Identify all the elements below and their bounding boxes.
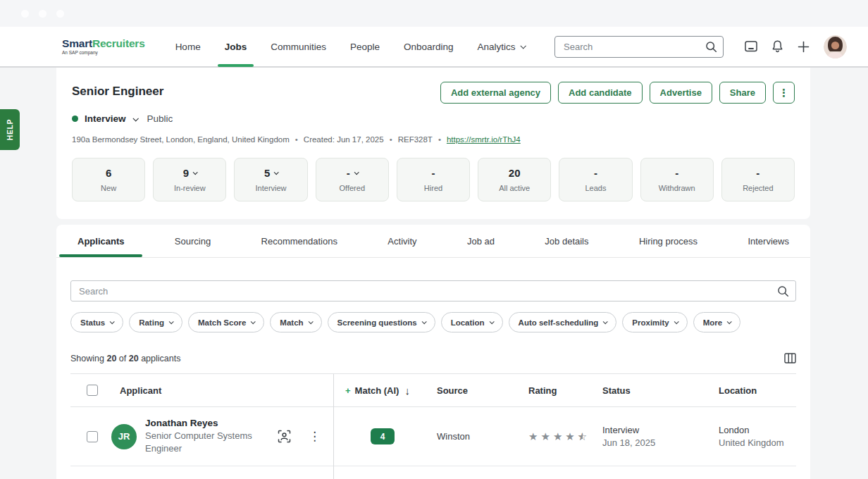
filter-status[interactable]: Status <box>70 312 123 332</box>
chevron-down-icon[interactable] <box>132 116 138 121</box>
applicants-search <box>70 280 796 301</box>
filter-proximity[interactable]: Proximity <box>622 312 687 332</box>
row-more-actions-icon[interactable]: ⋮ <box>309 429 321 444</box>
global-search-input[interactable] <box>554 36 724 58</box>
job-address: 190a Bermondsey Street, London, England,… <box>72 135 290 144</box>
tab-job-ad[interactable]: Job ad <box>449 225 513 257</box>
stage-leads[interactable]: - Leads <box>559 158 632 201</box>
search-icon[interactable] <box>705 41 717 53</box>
column-applicant: Applicant <box>111 385 333 396</box>
column-status: Status <box>602 385 719 396</box>
add-plus-icon[interactable] <box>797 40 810 54</box>
filter-location[interactable]: Location <box>441 312 503 332</box>
tab-activity[interactable]: Activity <box>369 225 435 257</box>
job-meta-line: 190a Bermondsey Street, London, England,… <box>72 135 795 144</box>
browser-top-bar <box>0 0 868 27</box>
job-status-dropdown[interactable]: Interview <box>85 113 126 124</box>
tab-recommendations[interactable]: Recommendations <box>243 225 356 257</box>
stage-offered[interactable]: - Offered <box>316 158 389 201</box>
help-tab[interactable]: HELP <box>0 109 20 150</box>
applicants-search-input[interactable] <box>70 280 796 301</box>
smartrecruiters-logo[interactable]: SmartRecruiters An SAP company <box>62 38 145 55</box>
column-rating: Rating <box>528 385 602 396</box>
window-control-dot[interactable] <box>56 10 64 18</box>
match-score-badge: 4 <box>371 428 395 444</box>
filter-match-score[interactable]: Match Score <box>188 312 264 332</box>
main-nav: Home Jobs Communities People Onboarding … <box>163 26 537 67</box>
stage-interview[interactable]: 5 Interview <box>234 158 307 201</box>
add-candidate-button[interactable]: Add candidate <box>558 82 643 104</box>
stage-hired[interactable]: - Hired <box>397 158 470 201</box>
notifications-bell-icon[interactable] <box>771 39 784 54</box>
applicant-avatar: JR <box>111 424 137 449</box>
tab-job-details[interactable]: Job details <box>526 225 607 257</box>
nav-item-communities[interactable]: Communities <box>268 26 329 67</box>
inbox-icon[interactable] <box>744 40 758 53</box>
chevron-down-icon <box>421 319 426 324</box>
logo-tagline: An SAP company <box>62 51 145 56</box>
location-city: London <box>719 425 796 435</box>
select-all-checkbox[interactable] <box>87 385 98 396</box>
job-header-card: Senior Engineer Add external agency Add … <box>56 68 810 219</box>
tab-interviews[interactable]: Interviews <box>729 225 807 257</box>
row-checkbox[interactable] <box>87 431 98 442</box>
filter-match[interactable]: Match <box>270 312 321 332</box>
search-icon[interactable] <box>777 285 789 297</box>
job-short-link[interactable]: https://smrtr.io/rThJ4 <box>447 135 521 144</box>
filter-screening-questions[interactable]: Screening questions <box>328 312 435 332</box>
chevron-down-icon <box>308 319 313 324</box>
logo-wordmark: SmartRecruiters <box>62 38 145 49</box>
profile-preview-icon[interactable] <box>277 429 292 444</box>
tab-hiring-process[interactable]: Hiring process <box>621 225 716 257</box>
applicants-panel: Applicants Sourcing Recommendations Acti… <box>56 225 810 479</box>
nav-item-analytics[interactable]: Analytics <box>475 26 528 67</box>
chevron-down-icon <box>727 319 732 324</box>
chevron-down-icon <box>354 170 359 175</box>
applicants-table: Applicant + Match (AI) ↓ Source Rating S… <box>70 373 796 466</box>
nav-item-onboarding[interactable]: Onboarding <box>401 26 457 67</box>
nav-item-home[interactable]: Home <box>173 26 204 67</box>
results-summary: Showing 20 of 20 applicants <box>70 354 180 363</box>
stage-new[interactable]: 6 New <box>72 158 145 201</box>
job-tabs: Applicants Sourcing Recommendations Acti… <box>56 225 810 258</box>
add-external-agency-button[interactable]: Add external agency <box>440 82 551 104</box>
stage-in-review[interactable]: 9 In-review <box>153 158 226 201</box>
column-settings-icon[interactable] <box>784 353 796 363</box>
stage-all-active[interactable]: 20 All active <box>478 158 551 201</box>
window-control-dot[interactable] <box>21 10 29 18</box>
tab-applicants[interactable]: Applicants <box>59 225 142 257</box>
stage-withdrawn[interactable]: - Withdrawn <box>640 158 714 201</box>
chevron-down-icon <box>603 319 608 324</box>
tab-sourcing[interactable]: Sourcing <box>156 225 229 257</box>
stage-rejected[interactable]: - Rejected <box>721 158 795 201</box>
applicant-job-title: Senior Computer Systems Engineer <box>145 430 266 454</box>
chevron-down-icon <box>251 319 256 324</box>
status-value: Interview <box>602 425 719 435</box>
nav-item-jobs[interactable]: Jobs <box>222 26 250 67</box>
status-dot <box>72 116 78 122</box>
ai-sparkle-icon: + <box>345 385 351 396</box>
rating-stars[interactable]: ★★★★★☆ <box>528 430 602 443</box>
table-header-row: Applicant + Match (AI) ↓ Source Rating S… <box>70 374 796 407</box>
share-button[interactable]: Share <box>719 82 766 104</box>
applicant-name[interactable]: Jonathan Reyes <box>145 418 266 428</box>
chevron-down-icon <box>169 319 174 324</box>
app-header: SmartRecruiters An SAP company Home Jobs… <box>0 27 868 68</box>
filter-auto-self-scheduling[interactable]: Auto self-scheduling <box>509 312 617 332</box>
filter-rating[interactable]: Rating <box>129 312 182 332</box>
filter-more[interactable]: More <box>693 312 740 332</box>
chevron-down-icon <box>489 319 494 324</box>
match-column-divider <box>333 374 334 479</box>
advertise-button[interactable]: Advertise <box>650 82 712 104</box>
location-country: United Kingdom <box>719 437 796 448</box>
window-control-dot[interactable] <box>39 10 46 18</box>
source-value: Winston <box>437 431 470 442</box>
job-more-actions-button[interactable]: ⋮ <box>773 82 795 104</box>
job-visibility: Public <box>147 113 173 124</box>
user-avatar[interactable] <box>824 35 847 58</box>
nav-item-people[interactable]: People <box>347 26 383 67</box>
column-source: Source <box>437 385 528 396</box>
applicant-row[interactable]: JR Jonathan Reyes Senior Computer System… <box>70 407 796 466</box>
column-match-ai-sort[interactable]: + Match (AI) ↓ <box>333 385 437 397</box>
pipeline-stages: 6 New 9 In-review 5 Interview - Offered … <box>72 158 795 201</box>
